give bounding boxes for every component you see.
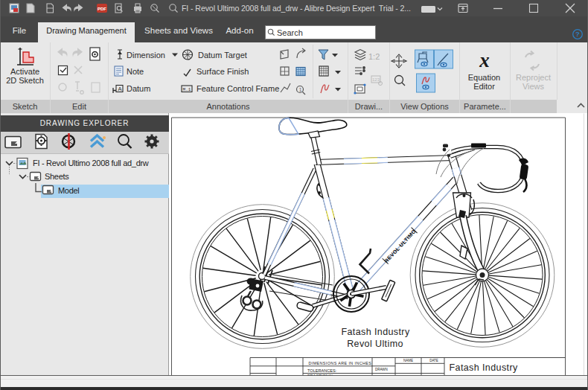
svg-text:?: ? (575, 30, 580, 38)
svg-text:A: A (118, 86, 121, 92)
svg-text:DATE: DATE (429, 359, 438, 362)
svg-text:1: 1 (299, 87, 302, 92)
svg-text:DRAWN: DRAWN (375, 368, 388, 371)
svg-text:123: 123 (372, 77, 380, 82)
svg-text:Revol Ultimo: Revol Ultimo (347, 339, 403, 349)
svg-text:TOLERANCES:: TOLERANCES: (307, 368, 337, 373)
svg-text:Fatash Industry: Fatash Industry (450, 362, 519, 373)
svg-text:DIMENSIONS ARE IN INCHES: DIMENSIONS ARE IN INCHES (309, 361, 372, 365)
svg-text:x: x (479, 49, 490, 71)
svg-text:PDF: PDF (98, 7, 106, 11)
svg-text:NAME: NAME (403, 359, 413, 362)
svg-text:M.1: M.1 (183, 87, 191, 92)
svg-text:Fatash Industry: Fatash Industry (341, 327, 410, 337)
